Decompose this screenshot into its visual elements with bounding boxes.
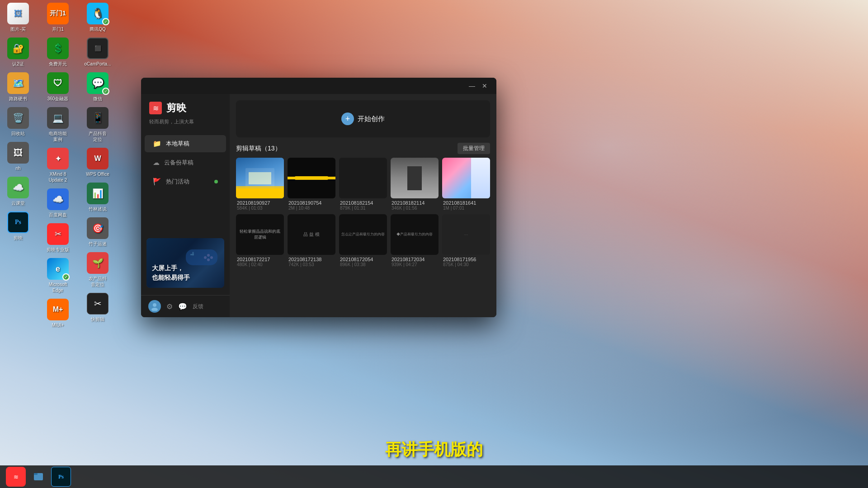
desktop-icon-ocam[interactable]: ⬛ oCamPorta...	[80, 35, 116, 70]
desktop-icon-xmind[interactable]: ✦ XMind 8Update 2	[40, 145, 76, 186]
draft-meta: 202108172217 480K | 02:40	[236, 255, 284, 267]
draft-thumbnail: ···	[442, 214, 490, 255]
draft-meta: 202108181641 1M | 07:01	[442, 198, 490, 211]
taskbar-icon-file-mgr[interactable]	[28, 467, 48, 487]
drafts-header: 剪辑草稿（13） 批量管理	[230, 137, 496, 158]
desktop-icon-zhuziyunmi[interactable]: 🎯 竹子运迷	[80, 215, 116, 249]
desktop-icon-qq[interactable]: 🐧 腾讯QQ	[80, 0, 116, 35]
subtitle-text: 再讲手机版的	[385, 439, 483, 461]
draft-item[interactable]: 202108181641 1M | 07:01	[442, 158, 490, 211]
draft-meta: 202108172034 939K | 04:27	[391, 255, 439, 267]
sidebar: ≋ 剪映 轻而易剪，上演大幕 📁 本地草稿 ☁ 云备份草稿 🚩 热门活动	[141, 94, 230, 317]
draft-thumbnail: ◆产品有吸引力的内容	[391, 214, 439, 255]
app-tagline: 轻而易剪，上演大幕	[141, 118, 230, 134]
draft-meta: 202108172138 742K | 03:53	[288, 255, 335, 267]
create-button[interactable]: + 开始创作	[341, 113, 385, 125]
draft-thumbnail	[236, 158, 284, 198]
svg-point-7	[204, 256, 207, 259]
desktop-icon-free-open[interactable]: 💲 免费开元	[40, 35, 76, 70]
batch-manage-button[interactable]: 批量管理	[458, 143, 490, 154]
minimize-button[interactable]: —	[466, 80, 478, 92]
desktop-icon-wechat[interactable]: 💬 微信	[80, 70, 116, 104]
desktop-icon-auth[interactable]: 🔐 认2证	[0, 35, 36, 70]
desktop-icon-baidu[interactable]: ☁️ 百度网盘	[40, 186, 76, 221]
draft-meta: 202108182114 346K | 01:56	[391, 198, 439, 211]
draft-meta: 202108171956 875K | 04:30	[442, 255, 490, 267]
main-area: + 开始创作 剪辑草稿（13） 批量管理	[230, 94, 496, 317]
plus-icon: +	[341, 113, 354, 125]
app-title: 剪映	[166, 101, 186, 115]
desktop-icon-kuaijian[interactable]: ✂ 快剪辑	[80, 290, 116, 325]
draft-thumbnail	[442, 158, 490, 198]
cloud-icon: ☁	[153, 159, 160, 167]
draft-item[interactable]: 怎么让产品有吸引力的内容 202108172054 896K | 03:38	[339, 214, 387, 267]
desktop-icon-zhulin[interactable]: 📊 竹林述说	[80, 180, 116, 215]
svg-rect-4	[193, 252, 194, 256]
settings-icon[interactable]: ⚙	[166, 302, 173, 311]
draft-thumbnail	[288, 158, 335, 198]
svg-rect-15	[34, 473, 38, 475]
drafts-row-1: 202108190927 584K | 01:03 202108190754 2…	[236, 158, 490, 211]
svg-point-5	[207, 254, 210, 257]
draft-item[interactable]: ··· 202108171956 875K | 04:30	[442, 214, 490, 267]
draft-item[interactable]: 202108182114 346K | 01:56	[391, 158, 439, 211]
desktop-icon-wps[interactable]: W WPS Office	[80, 145, 116, 180]
desktop-icon-product-douyin[interactable]: 📱 产品抖音定位	[80, 104, 116, 145]
promo-banner[interactable]: 大屏上手， 也能轻易得手	[146, 238, 224, 288]
sidebar-bottom: ⚙ 💬 反馈	[141, 295, 230, 317]
desktop-icon-recycle[interactable]: 🗑️ 回收站	[0, 104, 36, 139]
promo-text: 大屏上手， 也能轻易得手	[152, 263, 190, 282]
svg-text:≋: ≋	[153, 104, 159, 112]
nav-local-drafts[interactable]: 📁 本地草稿	[145, 135, 226, 152]
draft-thumbnail	[391, 158, 439, 198]
desktop-icon-photoshop[interactable]: Ps 剪映	[0, 209, 36, 244]
user-avatar[interactable]	[148, 300, 161, 313]
jianying-logo-icon: ≋	[149, 102, 162, 114]
nav-hot-activities[interactable]: 🚩 热门活动	[145, 173, 226, 190]
draft-meta: 202108190754 2M | 10:48	[288, 198, 335, 211]
create-area[interactable]: + 开始创作	[236, 100, 490, 137]
draft-thumbnail	[339, 158, 387, 198]
desktop-icon-img2[interactable]: 🖼 nh	[0, 139, 36, 174]
desktop-icon-photos[interactable]: 🖼 图片-买	[0, 0, 36, 35]
draft-meta: 202108190927 584K | 01:03	[236, 198, 284, 211]
app-logo: ≋ 剪映	[141, 101, 230, 118]
chat-icon[interactable]: 💬	[178, 302, 187, 311]
nav-cloud-drafts[interactable]: ☁ 云备份草稿	[145, 154, 226, 171]
draft-thumbnail: 品 益 模	[288, 214, 335, 255]
desktop-icon-map[interactable]: 🗺️ 路路硬书	[0, 70, 36, 104]
draft-thumbnail: 轻松掌握品品说和的底层逻辑	[236, 214, 284, 255]
drafts-grid: 202108190927 584K | 01:03 202108190754 2…	[230, 158, 496, 317]
jianying-window: — ✕ ≋ 剪映 轻而易剪，上演大幕 📁 本地草稿 ☁	[141, 78, 496, 317]
drafts-row-2: 轻松掌握品品说和的底层逻辑 202108172217 480K | 02:40 …	[236, 214, 490, 267]
desktop-icon-cloud-class[interactable]: ☁️ 云课堂	[0, 174, 36, 209]
svg-point-6	[210, 256, 213, 259]
draft-item[interactable]: 202108182154 879K | 01:31	[339, 158, 387, 211]
taskbar: ≋ Ps	[0, 465, 868, 488]
draft-item[interactable]: ◆产品有吸引力的内容 202108172034 939K | 04:27	[391, 214, 439, 267]
desktop-icon-open-store[interactable]: 开门1 开门1	[40, 0, 76, 35]
taskbar-icon-jianying[interactable]: ≋	[6, 467, 26, 487]
drafts-title: 剪辑草稿（13）	[236, 145, 281, 153]
draft-thumbnail: 怎么让产品有吸引力的内容	[339, 214, 387, 255]
taskbar-icon-photoshop[interactable]: Ps	[51, 467, 71, 487]
desktop-icon-360[interactable]: 🛡 360金融器	[40, 70, 76, 104]
svg-text:≋: ≋	[14, 474, 19, 480]
feedback-label[interactable]: 反馈	[193, 303, 203, 310]
close-button[interactable]: ✕	[478, 80, 491, 92]
draft-item[interactable]: 品 益 模 202108172138 742K | 03:53	[288, 214, 335, 267]
draft-item[interactable]: 轻松掌握品品说和的底层逻辑 202108172217 480K | 02:40	[236, 214, 284, 267]
draft-item[interactable]: 202108190927 584K | 01:03	[236, 158, 284, 211]
desktop-icon-msedge[interactable]: e MicrosoftEdge	[40, 255, 76, 296]
draft-item[interactable]: 202108190754 2M | 10:48	[288, 158, 335, 211]
desktop-icon-jianying-pro[interactable]: ✂ 剪映专业版	[40, 221, 76, 255]
desktop-icon-nongye[interactable]: 🌱 农产品抖音定位	[80, 249, 116, 290]
app-content: ≋ 剪映 轻而易剪，上演大幕 📁 本地草稿 ☁ 云备份草稿 🚩 热门活动	[141, 94, 496, 317]
title-bar: — ✕	[141, 78, 496, 94]
svg-point-8	[207, 258, 210, 261]
desktop-icon-ecom[interactable]: 💻 电商培能案例	[40, 104, 76, 145]
folder-icon: 📁	[153, 140, 161, 148]
desktop-icon-miui[interactable]: M+ MIUI+	[40, 296, 76, 331]
notification-dot	[214, 180, 218, 183]
flag-icon: 🚩	[153, 178, 161, 186]
